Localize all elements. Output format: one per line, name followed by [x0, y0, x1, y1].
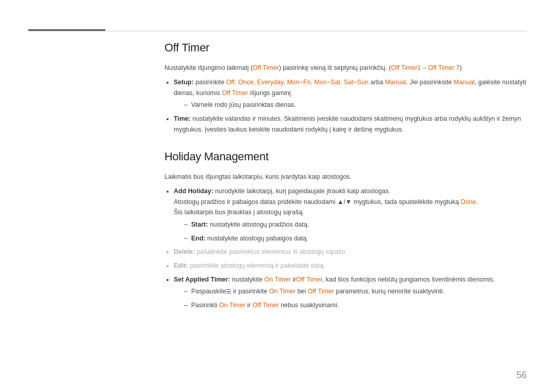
set-applied-sub: Paspauskite☰ ir pasirinkite On Timer bei…: [184, 286, 527, 310]
set-applied-timer-label: Set Applied Timer:: [174, 276, 230, 283]
holiday-title: Holiday Management: [164, 150, 527, 163]
set-applied-text-1: nustatykite: [232, 276, 264, 283]
setup-text-1: pasirinkite: [195, 79, 226, 86]
delete-text: pašalinkite pasirinktus elementus iš ato…: [197, 248, 347, 255]
sat-sub-1-text-4: parametrus, kurių nenorite suaktyvinti.: [334, 288, 445, 295]
holiday-management-section: Holiday Management Laikmatis bus išjungt…: [164, 150, 527, 310]
sat-sub-1-text-1: Paspauskite: [191, 288, 226, 295]
setup-manual-2: Manual: [454, 79, 475, 86]
holiday-sub-start: Start: nustatykite atostogų pradžios dat…: [184, 219, 527, 230]
add-holiday-text: nurodykite laikotarpį, kurį pageidaujate…: [215, 188, 391, 195]
sat-on-timer: On Timer: [264, 276, 290, 283]
bullet-setup: Setup: pasirinkite Off, Once, Everyday, …: [174, 77, 527, 110]
sat-sub-on-timer: On Timer: [269, 288, 295, 295]
sat-sub-2-text-2: ir: [246, 302, 253, 309]
setup-text-5: išjungs gaminį.: [248, 89, 292, 97]
end-text: nustatykite atostogų pabaigos datą.: [206, 235, 308, 242]
start-text: nustatykite atostogų pradžios datą.: [208, 221, 309, 228]
end-label: End:: [191, 235, 206, 242]
bullet-time: Time: nustatykite valandas ir minutes. S…: [174, 114, 527, 135]
off-timer-title: Off Timer: [164, 41, 527, 54]
setup-off-timer: Off Timer: [222, 89, 248, 97]
off-timer-section: Off Timer Nustatykite išjungimo laikmatį…: [164, 41, 527, 135]
sat-sub-2: Pasirinkti On Timer ir Off Timer nebus s…: [184, 300, 527, 311]
delete-label: Delete:: [174, 248, 195, 255]
edit-text: pasirinkite atostogų elementą ir pakeisk…: [190, 262, 325, 269]
off-timer-description: Nustatykite išjungimo laikmatį (Off Time…: [164, 63, 527, 73]
off-timer-bullet-list: Setup: pasirinkite Off, Once, Everyday, …: [174, 77, 527, 135]
setup-options: Off, Once, Everyday, Mon~Fri, Mon~Sat, S…: [226, 79, 368, 86]
menu-icon: ☰: [226, 288, 231, 294]
page-number: 56: [516, 370, 527, 381]
desc-text-2: ) pasirinkę vieną iš septynių parinkčių.…: [279, 64, 391, 71]
bullet-add-holiday: Add Holiday: nurodykite laikotarpį, kurį…: [174, 186, 527, 244]
edit-label: Edit:: [174, 262, 188, 269]
setup-text-2: arba: [368, 79, 385, 86]
desc-text-1: Nustatykite išjungimo laikmatį (: [164, 64, 253, 71]
add-holiday-line2-end: .: [476, 198, 477, 206]
sat-sub-2-text-1: Pasirinkti: [191, 302, 219, 309]
add-holiday-line3: Šis laikotarpis bus įtrauktas į atostogų…: [174, 209, 304, 216]
sat-off-timer: Off Timer: [296, 276, 322, 283]
sat-sub-2-on-timer: On Timer: [219, 302, 245, 309]
sat-sub-1-text-2: ir pasirinkite: [231, 288, 269, 295]
sat-sub-2-off-timer: Off Timer: [252, 302, 279, 309]
bullet-delete: Delete: pašalinkite pasirinktus elementu…: [174, 247, 527, 257]
holiday-bullet-list: Add Holiday: nurodykite laikotarpį, kurį…: [174, 186, 527, 310]
setup-text-3: . Jei pasirinksite: [406, 79, 453, 86]
time-text: nustatykite valandas ir minutes. Skaitme…: [174, 115, 521, 133]
desc-text-3: ): [460, 64, 462, 71]
sat-sub-1-text-3: bei: [295, 288, 308, 295]
set-applied-text-2: ir: [291, 276, 296, 283]
holiday-sub-end: End: nustatykite atostogų pabaigos datą.: [184, 233, 527, 244]
bullet-edit: Edit: pasirinkite atostogų elementą ir p…: [174, 260, 527, 271]
add-holiday-line2: Atostogų pradžios ir pabaigos datas prid…: [174, 198, 460, 206]
start-label: Start:: [191, 221, 208, 228]
desc-orange-2: Off Timer1 – Off Timer 7: [391, 64, 460, 71]
holiday-intro: Laikmatis bus išjungtas laikotarpiu, kur…: [164, 172, 527, 182]
add-holiday-sub: Start: nustatykite atostogų pradžios dat…: [184, 219, 527, 244]
setup-label: Setup:: [174, 79, 194, 86]
set-applied-text-3: , kad šios funkcijos nebūtų įjungiamos š…: [322, 276, 495, 283]
desc-orange-1: Off Timer: [253, 64, 279, 71]
setup-manual-1: Manual: [385, 79, 406, 86]
setup-sub-1: Varnelė rodo jūsų pasirinktas dienas.: [184, 100, 527, 110]
sat-sub-1: Paspauskite☰ ir pasirinkite On Timer bei…: [184, 286, 527, 297]
sat-sub-off-timer: Off Timer: [308, 288, 334, 295]
setup-sub-list: Varnelė rodo jūsų pasirinktas dienas.: [184, 100, 527, 110]
page-container: Off Timer Nustatykite išjungimo laikmatį…: [0, 0, 555, 392]
bullet-set-applied-timer: Set Applied Timer: nustatykite On Timer …: [174, 274, 527, 311]
time-label: Time:: [174, 115, 191, 122]
done-text: Done: [460, 198, 476, 206]
main-content: Off Timer Nustatykite išjungimo laikmatį…: [164, 41, 527, 364]
sat-sub-2-text-3: nebus suaktyvinami.: [279, 302, 339, 309]
top-bar-line: [28, 31, 527, 31]
add-holiday-label: Add Holiday:: [174, 188, 213, 195]
